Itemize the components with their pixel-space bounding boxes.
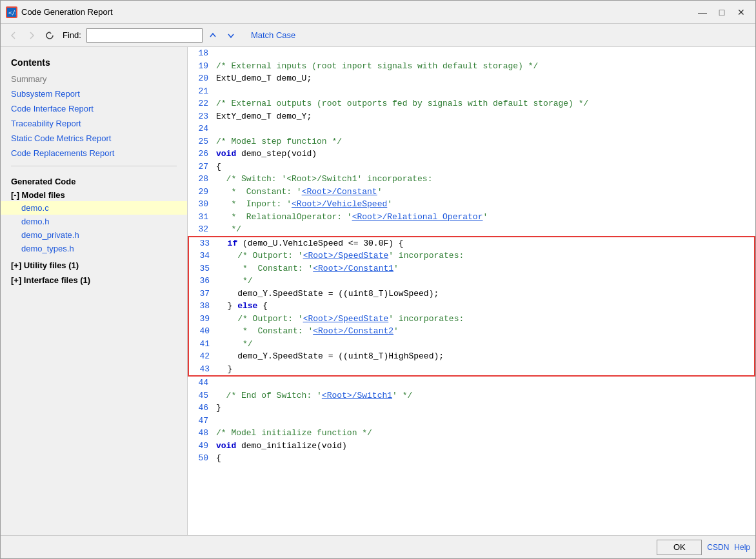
code-line-35: 35 * Constant: '<Root>/Constant1' <box>188 262 755 275</box>
line-number[interactable]: 37 <box>189 288 215 300</box>
line-number[interactable]: 26 <box>188 148 214 161</box>
find-input[interactable] <box>86 28 203 43</box>
find-down-button[interactable] <box>223 28 239 43</box>
line-content <box>214 123 755 135</box>
minimize-button[interactable]: — <box>693 5 711 20</box>
line-content: */ <box>214 223 755 236</box>
help-link[interactable]: Help <box>734 543 750 552</box>
line-content: */ <box>215 275 754 288</box>
line-content <box>214 47 755 60</box>
line-content: } <box>215 363 754 376</box>
code-line-30: 30 * Inport: '<Root>/VehicleSpeed' <box>188 198 755 211</box>
line-number[interactable]: 33 <box>189 237 215 250</box>
line-number[interactable]: 21 <box>188 85 214 98</box>
find-label: Find: <box>63 30 81 40</box>
line-number[interactable]: 35 <box>189 262 215 275</box>
line-content: ExtY_demo_T demo_Y; <box>214 110 755 123</box>
line-number[interactable]: 49 <box>188 440 214 453</box>
file-demo-private-h[interactable]: demo_private.h <box>1 228 187 242</box>
match-case-button[interactable]: Match Case <box>246 28 300 42</box>
line-content: ExtU_demo_T demo_U; <box>214 72 755 85</box>
sidebar-item-code-replacements[interactable]: Code Replacements Report <box>1 146 187 161</box>
generated-code-title: Generated Code <box>1 172 187 189</box>
line-content: /* Outport: '<Root>/SpeedState' incorpor… <box>215 313 754 326</box>
line-number[interactable]: 38 <box>189 300 215 313</box>
line-number[interactable]: 36 <box>189 275 215 288</box>
line-number[interactable]: 28 <box>188 173 214 186</box>
sidebar-item-subsystem[interactable]: Subsystem Report <box>1 86 187 101</box>
window-title: Code Generation Report <box>21 7 693 17</box>
code-line-20: 20ExtU_demo_T demo_U; <box>188 72 755 85</box>
line-number[interactable]: 47 <box>188 415 214 427</box>
main-window: </> Code Generation Report — □ ✕ Find: M… <box>0 0 756 559</box>
close-button[interactable]: ✕ <box>732 5 750 20</box>
code-line-44: 44 <box>188 377 755 389</box>
line-number[interactable]: 23 <box>188 110 214 123</box>
sidebar-item-code-interface[interactable]: Code Interface Report <box>1 101 187 116</box>
maximize-button[interactable]: □ <box>713 5 731 20</box>
line-number[interactable]: 18 <box>188 47 214 60</box>
line-content <box>214 85 755 98</box>
line-content <box>214 377 755 389</box>
code-line-40: 40 * Constant: '<Root>/Constant2' <box>188 325 755 338</box>
back-button[interactable] <box>6 28 21 43</box>
utility-files-label: [+] Utility files (1) <box>11 260 79 270</box>
refresh-button[interactable] <box>42 28 57 43</box>
line-number[interactable]: 19 <box>188 60 214 73</box>
code-line-33: 33 if (demo_U.VehicleSpeed <= 30.0F) { <box>188 236 755 250</box>
contents-title: Contents <box>1 54 187 72</box>
code-line-29: 29 * Constant: '<Root>/Constant' <box>188 186 755 199</box>
line-content: * Constant: '<Root>/Constant1' <box>215 262 754 275</box>
line-number[interactable]: 43 <box>189 363 215 376</box>
sidebar-item-summary[interactable]: Summary <box>1 72 187 86</box>
csdn-link[interactable]: CSDN <box>707 543 729 552</box>
line-content <box>214 415 755 427</box>
line-content: /* External outputs (root outports fed b… <box>214 97 755 110</box>
file-demo-types-h[interactable]: demo_types.h <box>1 242 187 255</box>
model-files-toggle[interactable]: [-] Model files <box>1 189 187 201</box>
code-line-25: 25/* Model step function */ <box>188 135 755 148</box>
line-number[interactable]: 29 <box>188 186 214 199</box>
line-number[interactable]: 46 <box>188 402 214 415</box>
line-number[interactable]: 27 <box>188 161 214 173</box>
find-up-button[interactable] <box>205 28 221 43</box>
forward-button[interactable] <box>24 28 39 43</box>
line-number[interactable]: 24 <box>188 123 214 135</box>
app-icon: </> <box>6 6 17 18</box>
code-area: 18 19/* External inputs (root inport sig… <box>188 47 755 535</box>
line-number[interactable]: 25 <box>188 135 214 148</box>
line-content: void demo_initialize(void) <box>214 440 755 453</box>
code-line-38: 38 } else { <box>188 300 755 313</box>
main-area: Contents Summary Subsystem Report Code I… <box>1 47 755 535</box>
line-number[interactable]: 30 <box>188 198 214 211</box>
line-number[interactable]: 22 <box>188 97 214 110</box>
line-number[interactable]: 45 <box>188 389 214 402</box>
line-number[interactable]: 41 <box>189 338 215 351</box>
line-content: /* Switch: '<Root>/Switch1' incorporates… <box>214 173 755 186</box>
line-content: * RelationalOperator: '<Root>/Relational… <box>214 211 755 224</box>
line-content: } else { <box>215 300 754 313</box>
line-number[interactable]: 34 <box>189 250 215 262</box>
file-demo-c[interactable]: demo.c <box>1 201 187 215</box>
code-line-22: 22/* External outputs (root outports fed… <box>188 97 755 110</box>
code-line-18: 18 <box>188 47 755 60</box>
ok-button[interactable]: OK <box>657 540 702 555</box>
code-line-49: 49void demo_initialize(void) <box>188 440 755 453</box>
line-number[interactable]: 31 <box>188 211 214 224</box>
sidebar-item-traceability[interactable]: Traceability Report <box>1 116 187 131</box>
line-number[interactable]: 44 <box>188 377 214 389</box>
sidebar-item-static-code[interactable]: Static Code Metrics Report <box>1 131 187 146</box>
line-number[interactable]: 40 <box>189 325 215 338</box>
line-content: * Inport: '<Root>/VehicleSpeed' <box>214 198 755 211</box>
line-number[interactable]: 42 <box>189 350 215 363</box>
interface-files-toggle[interactable]: [+] Interface files (1) <box>1 274 187 286</box>
line-number[interactable]: 48 <box>188 427 214 440</box>
line-number[interactable]: 20 <box>188 72 214 85</box>
line-content: */ <box>215 338 754 351</box>
line-number[interactable]: 50 <box>188 452 214 465</box>
line-number[interactable]: 39 <box>189 313 215 326</box>
utility-files-toggle[interactable]: [+] Utility files (1) <box>1 259 187 271</box>
line-number[interactable]: 32 <box>188 223 214 236</box>
file-demo-h[interactable]: demo.h <box>1 215 187 228</box>
code-line-24: 24 <box>188 123 755 135</box>
